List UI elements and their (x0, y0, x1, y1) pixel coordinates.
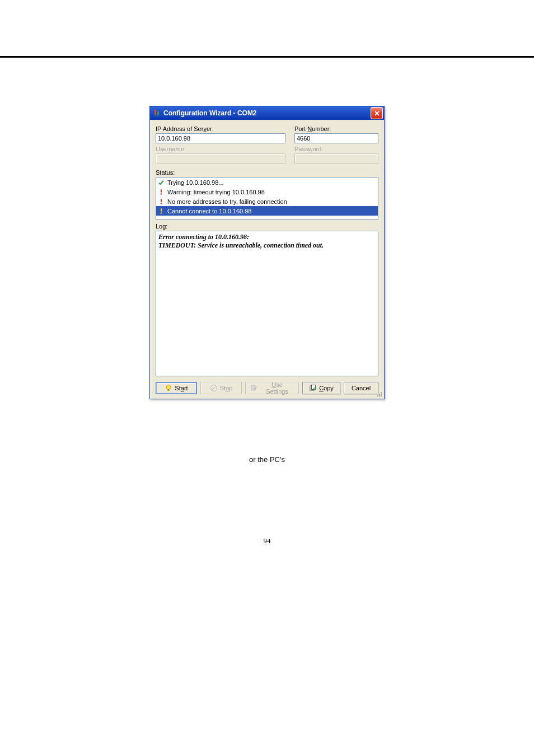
close-button[interactable]: ✕ (371, 107, 383, 119)
svg-rect-0 (154, 110, 156, 115)
start-button[interactable]: Start (156, 382, 197, 394)
stop-button-label: Stop (220, 385, 233, 391)
cancel-button[interactable]: Cancel (344, 382, 378, 394)
status-item[interactable]: Trying 10.0.160.98... (156, 178, 378, 187)
status-label: Status: (156, 169, 378, 176)
status-item-text: No more addresses to try, failing connec… (167, 198, 287, 205)
dialog-client: IP Address of Server: Port Number: Usern… (149, 120, 385, 399)
svg-point-6 (161, 203, 162, 204)
svg-rect-19 (381, 394, 382, 395)
copy-button-label: Copy (319, 385, 334, 391)
title-bar: Configuration Wizard - COM2 ✕ (149, 106, 385, 120)
svg-rect-5 (161, 199, 162, 202)
stop-icon (210, 384, 218, 392)
ip-input[interactable] (156, 133, 285, 143)
status-item-text: Cannot connect to 10.0.160.98 (167, 208, 251, 214)
use-settings-button: Use Settings (245, 382, 299, 394)
svg-rect-21 (379, 395, 380, 396)
password-input (294, 153, 378, 164)
svg-rect-7 (161, 208, 162, 212)
svg-rect-1 (154, 115, 160, 116)
lightbulb-icon (165, 384, 172, 392)
status-listbox[interactable]: Trying 10.0.160.98...Warning: timeout tr… (156, 177, 378, 220)
svg-point-8 (161, 212, 162, 214)
app-icon (152, 109, 161, 118)
svg-rect-18 (379, 394, 380, 395)
port-input[interactable] (294, 133, 378, 143)
status-item[interactable]: Warning: timeout trying 10.0.160.98 (156, 187, 378, 197)
ip-label: IP Address of Server: (156, 125, 285, 132)
dialog-window: Configuration Wizard - COM2 ✕ IP Address… (149, 106, 385, 399)
status-item-text: Warning: timeout trying 10.0.160.98 (167, 189, 265, 195)
resize-grip[interactable] (376, 391, 383, 398)
svg-point-9 (166, 385, 171, 390)
svg-rect-22 (381, 395, 382, 396)
page-number: 94 (0, 536, 534, 545)
use-settings-label: Use Settings (260, 381, 294, 395)
copy-icon (309, 384, 317, 392)
stop-button: Stop (200, 382, 242, 394)
warning-icon (157, 189, 165, 195)
status-item[interactable]: No more addresses to try, failing connec… (156, 197, 378, 206)
start-button-label: Start (175, 385, 188, 391)
username-input (156, 153, 285, 164)
check-icon (157, 179, 165, 186)
warning-icon (157, 198, 165, 205)
warning-icon (157, 208, 165, 214)
svg-rect-2 (157, 111, 159, 115)
window-title: Configuration Wizard - COM2 (163, 109, 371, 117)
svg-rect-20 (377, 395, 378, 396)
status-item-text: Trying 10.0.160.98... (167, 179, 224, 186)
log-line: TIMEDOUT: Service is unreachable, connec… (158, 241, 376, 250)
copy-button[interactable]: Copy (302, 382, 340, 394)
port-label: Port Number: (294, 125, 378, 132)
password-label: Password: (294, 146, 378, 152)
log-box[interactable]: Error connecting to 10.0.160.98:TIMEDOUT… (156, 231, 378, 376)
svg-point-4 (161, 193, 162, 195)
svg-rect-3 (161, 189, 162, 193)
status-item[interactable]: Cannot connect to 10.0.160.98 (156, 206, 378, 216)
svg-rect-17 (381, 392, 382, 393)
username-label: Username: (156, 146, 285, 152)
cancel-button-label: Cancel (352, 385, 371, 391)
log-label: Log: (156, 223, 378, 230)
log-line: Error connecting to 10.0.160.98: (158, 233, 376, 241)
svg-rect-10 (168, 389, 170, 391)
page-caption: or the PC's (0, 455, 534, 464)
apply-icon (250, 384, 258, 392)
svg-line-12 (212, 386, 216, 390)
close-icon: ✕ (374, 110, 380, 117)
